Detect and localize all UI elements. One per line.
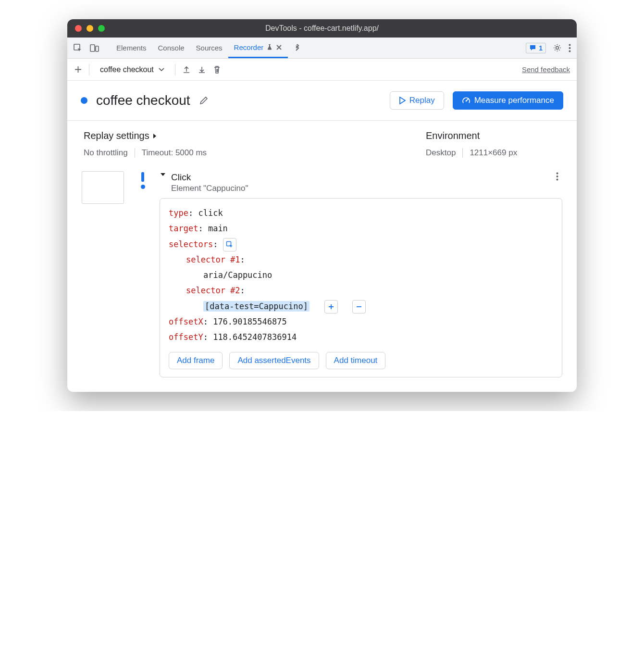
recorder-toolbar: coffee checkout Send feedback xyxy=(67,59,577,81)
tabbar: Elements Console Sources Recorder 1 xyxy=(67,38,577,59)
add-timeout-button[interactable]: Add timeout xyxy=(326,352,386,369)
chevron-down-icon xyxy=(159,68,164,72)
chevron-right-icon xyxy=(152,133,157,139)
minimize-window-button[interactable] xyxy=(87,25,93,32)
prop-key-offsetx: offsetX xyxy=(169,317,203,326)
selector-1-val[interactable]: aria/Cappucino xyxy=(203,270,272,280)
step-kebab-menu[interactable] xyxy=(556,172,562,181)
recording-status-dot xyxy=(81,97,87,104)
selector-1-key: selector #1 xyxy=(186,255,240,264)
gear-icon[interactable] xyxy=(553,43,562,52)
step-area: Click Element "Cappucino" type: click ta… xyxy=(67,170,577,392)
selector-2-key: selector #2 xyxy=(186,286,240,295)
svg-point-7 xyxy=(465,100,467,102)
new-recording-button[interactable] xyxy=(74,65,82,74)
tab-sources[interactable]: Sources xyxy=(190,38,228,58)
window-title: DevTools - coffee-cart.netlify.app/ xyxy=(67,24,577,33)
recording-header: coffee checkout Replay Measure performan… xyxy=(67,81,577,120)
kebab-menu-icon[interactable] xyxy=(569,44,571,52)
step-thumbnail xyxy=(82,171,124,204)
prop-key-offsety: offsetY xyxy=(169,332,203,342)
more-tabs-button[interactable] xyxy=(288,38,307,58)
device-toolbar-icon[interactable] xyxy=(89,43,99,53)
prop-val-offsety[interactable]: 118.6452407836914 xyxy=(213,332,297,342)
titlebar: DevTools - coffee-cart.netlify.app/ xyxy=(67,19,577,38)
prop-key-selectors: selectors xyxy=(169,239,213,249)
add-asserted-events-button[interactable]: Add assertedEvents xyxy=(229,352,319,369)
selector-2-val[interactable]: [data-test=Cappucino] xyxy=(203,301,310,312)
inspect-element-icon[interactable] xyxy=(73,43,83,53)
devtools-window: DevTools - coffee-cart.netlify.app/ Elem… xyxy=(67,19,577,392)
replay-button[interactable]: Replay xyxy=(390,91,444,110)
step-body: type: click target: main selectors: sele… xyxy=(160,198,562,377)
play-icon xyxy=(399,97,406,104)
svg-point-8 xyxy=(557,173,558,175)
traffic-lights xyxy=(75,25,105,32)
close-window-button[interactable] xyxy=(75,25,82,32)
step-title: Click xyxy=(171,172,248,183)
recording-select[interactable]: coffee checkout xyxy=(96,65,168,74)
replay-settings-toggle[interactable]: Replay settings xyxy=(84,130,397,141)
svg-point-5 xyxy=(569,47,571,49)
message-icon xyxy=(529,44,536,51)
device-value: Desktop xyxy=(426,148,462,158)
svg-rect-2 xyxy=(96,46,99,51)
recording-title: coffee checkout xyxy=(96,93,190,108)
environment-title: Environment xyxy=(426,130,560,141)
prop-val-offsetx[interactable]: 176.90185546875 xyxy=(213,317,287,326)
svg-point-10 xyxy=(557,179,558,181)
prop-val-type[interactable]: click xyxy=(198,208,223,218)
issues-count: 1 xyxy=(539,44,543,52)
import-icon[interactable] xyxy=(198,65,206,74)
prop-key-type: type xyxy=(169,208,188,218)
add-selector-button[interactable] xyxy=(324,300,338,313)
prop-key-target: target xyxy=(169,224,198,233)
measure-performance-button[interactable]: Measure performance xyxy=(453,91,563,110)
separator xyxy=(175,64,175,75)
tab-recorder[interactable]: Recorder xyxy=(228,38,288,58)
throttling-value: No throttling xyxy=(84,148,135,158)
tabs: Elements Console Sources Recorder xyxy=(111,38,307,58)
tab-elements[interactable]: Elements xyxy=(111,38,152,58)
prop-val-target[interactable]: main xyxy=(208,224,228,233)
maximize-window-button[interactable] xyxy=(98,25,105,32)
svg-point-9 xyxy=(557,175,558,177)
gauge-icon xyxy=(462,96,471,105)
issues-badge[interactable]: 1 xyxy=(526,43,546,53)
viewport-value: 1211×669 px xyxy=(462,148,524,158)
remove-selector-button[interactable] xyxy=(352,300,366,313)
flask-icon xyxy=(266,44,273,50)
pick-selector-button[interactable] xyxy=(223,238,236,251)
chevron-down-icon[interactable] xyxy=(160,172,166,177)
svg-point-3 xyxy=(556,47,559,50)
step-subtitle: Element "Cappucino" xyxy=(171,184,248,193)
edit-title-icon[interactable] xyxy=(199,96,209,105)
settings-row: Replay settings No throttling Timeout: 5… xyxy=(67,121,577,170)
separator xyxy=(89,64,89,75)
svg-point-6 xyxy=(569,50,571,52)
timeout-value: Timeout: 5000 ms xyxy=(135,148,213,158)
recording-select-value: coffee checkout xyxy=(100,65,154,74)
close-icon[interactable] xyxy=(276,44,282,50)
tab-console[interactable]: Console xyxy=(152,38,190,58)
send-feedback-link[interactable]: Send feedback xyxy=(522,65,570,74)
timeline xyxy=(136,170,150,377)
export-icon[interactable] xyxy=(182,65,191,74)
svg-point-4 xyxy=(569,44,571,46)
delete-icon[interactable] xyxy=(213,65,221,74)
add-frame-button[interactable]: Add frame xyxy=(169,352,223,369)
svg-rect-1 xyxy=(90,45,95,51)
